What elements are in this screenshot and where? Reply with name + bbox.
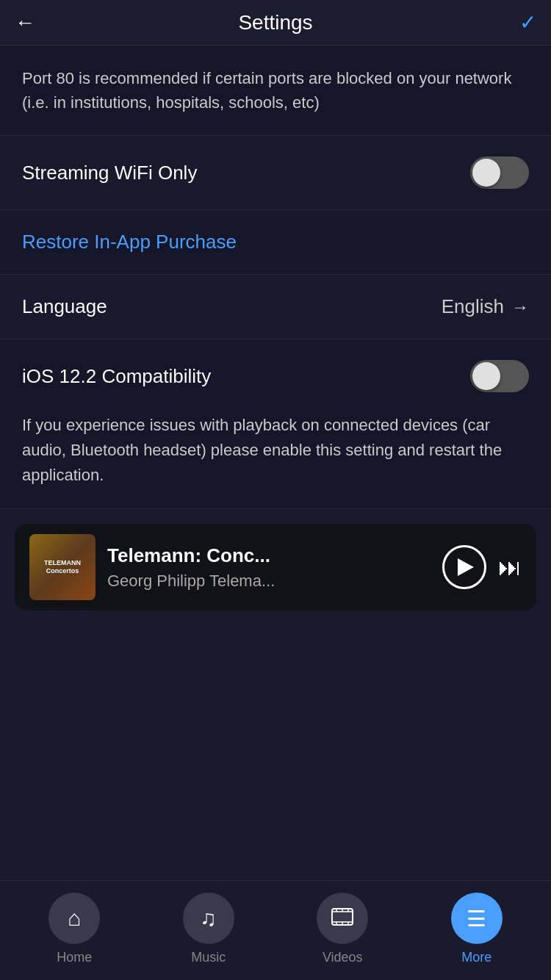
ios-compat-description: If you experience issues with playback o… [0,413,551,508]
home-icon: ⌂ [68,906,81,931]
album-art-inner: TELEMANNConcertos [29,534,96,600]
app-header: ← Settings ✓ [0,0,551,46]
music-icon: ♫ [201,906,217,931]
nav-label-home: Home [57,950,92,965]
skip-button[interactable]: ⏭ [498,554,522,581]
back-button[interactable]: ← [15,11,35,35]
ios-compat-knob [472,362,500,390]
play-button[interactable] [442,545,486,589]
track-title: Telemann: Conc... [107,544,431,567]
nav-icon-more-circle: ☰ [451,893,503,944]
track-info: Telemann: Conc... Georg Philipp Telema..… [107,544,431,591]
track-artist: Georg Philipp Telema... [107,572,431,591]
streaming-wifi-section: Streaming WiFi Only [0,136,551,210]
bottom-navigation: ⌂ Home ♫ Music [0,880,551,980]
language-label: Language [22,295,107,318]
language-value-group: English → [442,295,529,318]
play-icon [458,558,474,576]
ios-compat-section: iOS 12.2 Compatibility If you experience… [0,339,551,509]
streaming-wifi-toggle[interactable] [470,156,529,189]
album-art: TELEMANNConcertos [29,534,96,600]
streaming-wifi-row: Streaming WiFi Only [22,156,529,189]
album-title-small: TELEMANNConcertos [43,558,82,577]
language-row[interactable]: Language English → [22,295,529,318]
port80-description: Port 80 is recommended if certain ports … [22,66,529,115]
ios-compat-toggle[interactable] [470,360,529,392]
page-title: Settings [238,11,312,35]
nav-icon-home-circle: ⌂ [48,893,100,944]
nav-label-videos: Videos [323,950,363,965]
videos-icon [331,906,353,931]
nav-icon-videos-circle [317,893,368,944]
streaming-wifi-knob [472,159,500,187]
language-value: English [442,295,504,318]
nav-icon-music-circle: ♫ [183,893,234,944]
streaming-wifi-label: Streaming WiFi Only [22,162,197,184]
nav-item-videos[interactable]: Videos [276,893,410,965]
port80-section: Port 80 is recommended if certain ports … [0,46,551,136]
nav-item-music[interactable]: ♫ Music [142,893,276,965]
nav-label-more: More [461,950,491,965]
ios-compat-label: iOS 12.2 Compatibility [22,365,211,388]
language-arrow-icon: → [511,297,529,317]
nav-item-home[interactable]: ⌂ Home [7,893,142,965]
confirm-button[interactable]: ✓ [519,10,536,35]
restore-purchase-link[interactable]: Restore In-App Purchase [22,231,237,253]
restore-section: Restore In-App Purchase [0,210,551,275]
player-controls: ⏭ [442,545,522,589]
more-icon: ☰ [467,906,486,932]
nav-label-music: Music [191,950,226,965]
language-section: Language English → [0,275,551,339]
nav-item-more[interactable]: ☰ More [410,893,544,965]
ios-compat-row: iOS 12.2 Compatibility [0,339,551,413]
now-playing-bar[interactable]: TELEMANNConcertos Telemann: Conc... Geor… [15,524,536,610]
